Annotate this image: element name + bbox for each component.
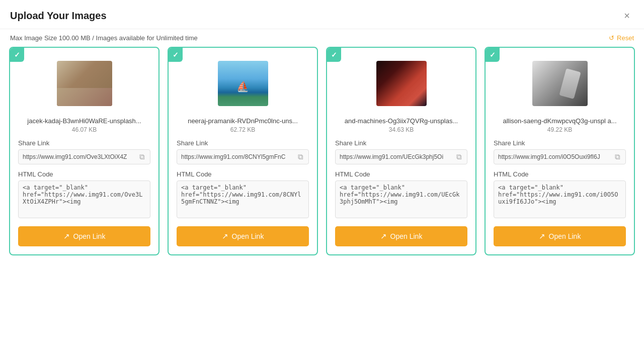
- filesize-3: 34.63 KB: [335, 126, 467, 133]
- thumbnail-1: [57, 61, 112, 106]
- share-link-text-3: https://www.img91.com/UEcGk3phj5Oi: [340, 153, 455, 160]
- subheader-info: Max Image Size 100.00 MB / Images availa…: [10, 34, 198, 42]
- open-link-button-4[interactable]: ↗ Open Link: [494, 226, 626, 246]
- copy-link-button-1[interactable]: ⧉: [138, 152, 146, 161]
- thumbnail-4: [532, 61, 588, 106]
- open-link-label-2: Open Link: [232, 232, 264, 240]
- reset-button[interactable]: ↺ Reset: [609, 34, 634, 42]
- image-card-3: ✓ and-machines-Og3iix7QVRg-unsplas... 34…: [326, 47, 476, 255]
- check-badge-2: ✓: [169, 48, 183, 62]
- html-code-label-3: HTML Code: [335, 170, 467, 178]
- header: Upload Your Images ×: [0, 0, 644, 29]
- share-link-wrap-3: https://www.img91.com/UEcGk3phj5Oi ⧉: [335, 149, 467, 164]
- filesize-1: 46.07 KB: [18, 126, 150, 133]
- check-badge-3: ✓: [327, 48, 341, 62]
- image-wrap-3: [335, 56, 467, 111]
- share-link-wrap-2: https://www.img91.com/8CNYl5gmFnC ⧉: [177, 149, 309, 164]
- html-code-area-4[interactable]: [494, 180, 626, 218]
- open-link-button-2[interactable]: ↗ Open Link: [177, 226, 309, 246]
- html-code-label-2: HTML Code: [177, 170, 309, 178]
- html-code-label-1: HTML Code: [18, 170, 150, 178]
- filesize-4: 49.22 KB: [494, 126, 626, 133]
- subheader-text: Max Image Size: [10, 34, 59, 42]
- open-link-label-4: Open Link: [549, 232, 581, 240]
- share-link-text-4: https://www.img91.com/i0O5Ouxi9fI6J: [498, 153, 614, 160]
- share-link-label-1: Share Link: [18, 139, 150, 147]
- share-link-wrap-4: https://www.img91.com/i0O5Ouxi9fI6J ⧉: [494, 149, 626, 164]
- share-link-text-1: https://www.img91.com/Ove3LXtOiX4Z: [23, 153, 138, 160]
- max-size: 100.00 MB: [59, 34, 91, 42]
- html-code-area-1[interactable]: [18, 180, 150, 218]
- share-link-label-3: Share Link: [335, 139, 467, 147]
- reset-label: Reset: [617, 34, 634, 42]
- open-link-icon-1: ↗: [63, 232, 70, 241]
- filename-1: jacek-kadaj-B3wnHi0WaRE-unsplash...: [18, 117, 150, 125]
- filename-3: and-machines-Og3iix7QVRg-unsplas...: [335, 117, 467, 125]
- share-link-label-4: Share Link: [494, 139, 626, 147]
- filesize-2: 62.72 KB: [177, 126, 309, 133]
- filename-4: allison-saeng-dKmwpcvqQ3g-unspl a...: [494, 117, 626, 125]
- open-link-icon-3: ↗: [380, 232, 387, 241]
- open-link-icon-4: ↗: [539, 232, 545, 241]
- open-link-button-3[interactable]: ↗ Open Link: [335, 226, 467, 246]
- thumbnail-3: [376, 61, 427, 106]
- open-link-button-1[interactable]: ↗ Open Link: [18, 226, 150, 246]
- open-link-label-1: Open Link: [73, 232, 106, 240]
- html-code-label-4: HTML Code: [494, 170, 626, 178]
- share-link-text-2: https://www.img91.com/8CNYl5gmFnC: [181, 153, 297, 160]
- page-title: Upload Your Images: [10, 10, 107, 22]
- image-wrap-4: [494, 56, 626, 111]
- separator: / Images available for: [91, 34, 156, 42]
- share-link-wrap-1: https://www.img91.com/Ove3LXtOiX4Z ⧉: [18, 149, 150, 164]
- cards-container: ✓ jacek-kadaj-B3wnHi0WaRE-unsplash... 46…: [0, 47, 644, 255]
- reset-icon: ↺: [609, 34, 614, 42]
- open-link-icon-2: ↗: [222, 232, 228, 241]
- filename-2: neeraj-pramanik-RVDnPmc0lnc-uns...: [177, 117, 309, 125]
- thumbnail-2: [218, 61, 268, 106]
- image-wrap-2: [177, 56, 309, 111]
- availability: Unlimited time: [156, 34, 198, 42]
- check-badge-4: ✓: [486, 48, 500, 62]
- subheader: Max Image Size 100.00 MB / Images availa…: [0, 29, 644, 47]
- copy-link-button-4[interactable]: ⧉: [614, 152, 621, 161]
- open-link-label-3: Open Link: [390, 232, 423, 240]
- image-card-1: ✓ jacek-kadaj-B3wnHi0WaRE-unsplash... 46…: [9, 47, 159, 255]
- html-code-area-3[interactable]: [335, 180, 467, 218]
- copy-link-button-3[interactable]: ⧉: [455, 152, 463, 161]
- image-card-2: ✓ neeraj-pramanik-RVDnPmc0lnc-uns... 62.…: [168, 47, 318, 255]
- html-code-area-2[interactable]: [177, 180, 309, 218]
- copy-link-button-2[interactable]: ⧉: [297, 152, 304, 161]
- image-wrap-1: [18, 56, 150, 111]
- share-link-label-2: Share Link: [177, 139, 309, 147]
- image-card-4: ✓ allison-saeng-dKmwpcvqQ3g-unspl a... 4…: [485, 47, 635, 255]
- check-badge-1: ✓: [10, 48, 24, 62]
- close-button[interactable]: ×: [620, 8, 634, 24]
